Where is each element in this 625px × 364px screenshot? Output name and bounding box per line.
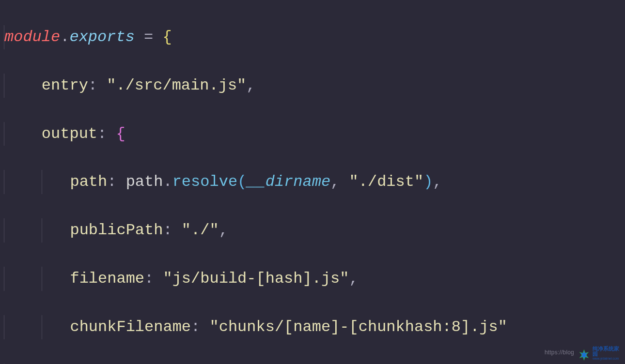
code-line: path: path.resolve(__dirname, "./dist"), [4, 170, 625, 194]
token-colon: : [97, 125, 116, 143]
token-colon: : [191, 318, 209, 336]
token-keyword: module [4, 28, 60, 46]
token-comma: , [349, 270, 359, 288]
token-string: "js/build-[hash].js" [163, 270, 349, 288]
token-dot: . [163, 173, 172, 191]
token-comma: , [433, 173, 442, 191]
code-editor: module.exports = { entry: "./src/main.js… [0, 0, 625, 364]
token-paren: ) [423, 173, 433, 191]
token-property: publicPath [70, 221, 163, 239]
token-colon: : [107, 173, 125, 191]
token-comma: , [330, 173, 349, 191]
token-paren: ( [237, 173, 247, 191]
logo-brand-url: www.yidaimei.com [593, 357, 621, 360]
token-colon: : [163, 221, 181, 239]
token-string: "./src/main.js" [107, 76, 246, 94]
token-operator: = [135, 28, 163, 46]
code-line: output: { [4, 122, 625, 146]
token-function: resolve [172, 173, 237, 191]
logo-brand-name: 纯净系统家园 [593, 346, 621, 357]
token-property: filename [70, 270, 144, 288]
token-string: "chunks/[name]-[chunkhash:8].js" [209, 318, 507, 336]
token-property: exports [69, 28, 134, 46]
token-string: "./dist" [349, 173, 424, 191]
token-string: "./" [182, 221, 219, 239]
token-colon: : [144, 270, 163, 288]
logo-burst-icon [578, 346, 591, 360]
token-property: output [42, 125, 97, 143]
token-identifier: path [126, 173, 163, 191]
watermark-logo: 纯净系统家园 www.yidaimei.com [578, 345, 621, 361]
token-colon: : [88, 76, 107, 94]
watermark-url: https://blog [545, 348, 574, 357]
token-brace: { [116, 125, 125, 143]
token-variable: __dirname [247, 173, 330, 191]
code-line: chunkFilename: "chunks/[name]-[chunkhash… [4, 315, 625, 339]
token-dot: . [60, 28, 69, 46]
token-brace: { [162, 28, 172, 46]
code-line: publicPath: "./", [4, 218, 625, 243]
token-comma: , [246, 76, 255, 94]
token-property: entry [42, 76, 88, 94]
token-property: path [70, 173, 107, 191]
code-line: module.exports = { [4, 25, 625, 49]
logo-text: 纯净系统家园 www.yidaimei.com [593, 346, 621, 360]
token-comma: , [219, 221, 228, 239]
code-line: filename: "js/build-[hash].js", [4, 267, 625, 291]
token-property: chunkFilename [70, 318, 191, 336]
code-line: entry: "./src/main.js", [4, 74, 625, 98]
